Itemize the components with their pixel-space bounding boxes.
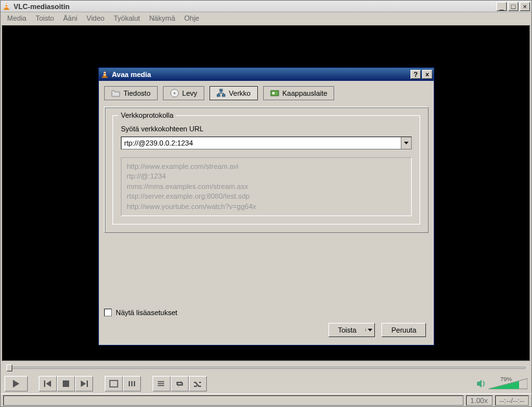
volume-percent: 79% bbox=[500, 376, 512, 382]
svg-point-25 bbox=[173, 93, 175, 94]
svg-rect-3 bbox=[5, 6, 8, 7]
dialog-titlebar[interactable]: Avaa media ? × bbox=[99, 68, 434, 81]
vlc-cone-icon bbox=[2, 2, 11, 11]
menu-toisto[interactable]: Toisto bbox=[32, 14, 58, 23]
chevron-down-icon bbox=[368, 329, 372, 331]
svg-rect-27 bbox=[217, 94, 220, 96]
minimize-button[interactable]: _ bbox=[496, 2, 507, 11]
shuffle-icon bbox=[193, 380, 202, 388]
play-icon bbox=[12, 379, 21, 388]
capture-icon bbox=[270, 89, 279, 98]
status-text bbox=[3, 395, 463, 406]
menu-aani[interactable]: Ääni bbox=[59, 14, 81, 23]
vlc-cone-icon bbox=[100, 70, 109, 79]
advanced-checkbox[interactable] bbox=[104, 309, 112, 316]
ext-settings-button[interactable] bbox=[123, 376, 141, 391]
svg-rect-22 bbox=[103, 72, 106, 73]
groupbox-legend: Verkkoprotokolla bbox=[118, 111, 176, 119]
svg-rect-1 bbox=[4, 8, 10, 10]
url-combobox[interactable] bbox=[121, 137, 412, 149]
statusbar: 1.00x --:--/--:-- bbox=[1, 393, 531, 406]
url-input[interactable] bbox=[122, 137, 401, 149]
svg-rect-7 bbox=[63, 380, 69, 387]
dialog-tabs: Tiedosto Levy Verkko Kaappauslaite bbox=[104, 86, 429, 100]
svg-rect-2 bbox=[5, 4, 8, 5]
cancel-button[interactable]: Peruuta bbox=[381, 323, 426, 337]
menu-video[interactable]: Video bbox=[83, 14, 109, 23]
tab-file[interactable]: Tiedosto bbox=[104, 86, 158, 100]
svg-marker-17 bbox=[477, 380, 482, 388]
menubar: Media Toisto Ääni Video Työkalut Näkymä … bbox=[1, 12, 531, 24]
menu-media[interactable]: Media bbox=[3, 14, 30, 23]
playlist-icon bbox=[157, 380, 166, 388]
network-panel: Verkkoprotokolla Syötä verkkokohteen URL… bbox=[104, 107, 429, 233]
svg-rect-23 bbox=[103, 74, 106, 75]
svg-marker-20 bbox=[103, 71, 106, 77]
svg-marker-31 bbox=[404, 142, 409, 144]
menu-ohje[interactable]: Ohje bbox=[180, 14, 203, 23]
dialog-title: Avaa media bbox=[112, 71, 409, 78]
advanced-label: Näytä lisäasetukset bbox=[116, 309, 177, 316]
speaker-icon[interactable] bbox=[476, 379, 486, 389]
fullscreen-button[interactable] bbox=[105, 376, 123, 391]
stop-button[interactable] bbox=[57, 376, 75, 391]
next-button[interactable] bbox=[75, 376, 93, 391]
chevron-down-icon bbox=[404, 142, 409, 144]
shuffle-button[interactable] bbox=[189, 376, 207, 391]
close-button[interactable]: × bbox=[520, 2, 530, 11]
playlist-button[interactable] bbox=[153, 376, 171, 391]
tab-disc[interactable]: Levy bbox=[163, 86, 204, 100]
loop-icon bbox=[175, 380, 184, 388]
svg-marker-32 bbox=[368, 329, 372, 331]
network-icon bbox=[217, 89, 226, 98]
fullscreen-icon bbox=[109, 380, 118, 388]
svg-rect-12 bbox=[131, 381, 133, 386]
prev-button[interactable] bbox=[39, 376, 57, 391]
tab-network[interactable]: Verkko bbox=[209, 86, 258, 100]
svg-rect-21 bbox=[102, 77, 108, 78]
play-dropdown[interactable] bbox=[365, 329, 374, 331]
svg-rect-14 bbox=[158, 381, 164, 382]
svg-marker-6 bbox=[46, 380, 51, 387]
loop-button[interactable] bbox=[171, 376, 189, 391]
svg-rect-16 bbox=[158, 385, 164, 386]
svg-rect-13 bbox=[134, 381, 135, 386]
tab-capture[interactable]: Kaappauslaite bbox=[263, 86, 335, 100]
maximize-button[interactable]: □ bbox=[508, 2, 518, 11]
svg-marker-4 bbox=[13, 380, 19, 388]
equalizer-icon bbox=[127, 380, 136, 388]
url-label: Syötä verkkokohteen URL bbox=[121, 125, 412, 133]
menu-tyokalut[interactable]: Työkalut bbox=[110, 14, 144, 23]
folder-icon bbox=[111, 89, 120, 98]
svg-marker-8 bbox=[81, 380, 86, 387]
time-display: --:--/--:-- bbox=[495, 395, 529, 406]
open-media-dialog: Avaa media ? × Tiedosto Levy Verkko Kaap… bbox=[98, 67, 434, 346]
main-title: VLC-mediasoitin bbox=[14, 3, 496, 10]
svg-rect-15 bbox=[158, 383, 164, 384]
seek-slider[interactable] bbox=[5, 364, 527, 373]
seek-thumb[interactable] bbox=[6, 364, 12, 371]
svg-rect-5 bbox=[44, 380, 45, 387]
svg-rect-28 bbox=[222, 94, 225, 96]
svg-rect-11 bbox=[129, 381, 130, 386]
menu-nakyma[interactable]: Näkymä bbox=[145, 14, 179, 23]
svg-rect-9 bbox=[87, 380, 88, 387]
svg-rect-10 bbox=[110, 380, 118, 387]
stop-icon bbox=[62, 380, 70, 388]
play-split-button[interactable]: Toista bbox=[328, 323, 376, 337]
main-titlebar[interactable]: VLC-mediasoitin _ □ × bbox=[1, 1, 531, 12]
svg-marker-0 bbox=[5, 2, 8, 8]
dialog-close-button[interactable]: × bbox=[422, 70, 432, 79]
skip-forward-icon bbox=[80, 380, 89, 388]
url-examples: http://www.example.com/stream.avi rtp://… bbox=[121, 157, 412, 216]
skip-back-icon bbox=[43, 380, 52, 388]
disc-icon bbox=[170, 89, 179, 98]
url-dropdown-button[interactable] bbox=[401, 137, 411, 149]
dialog-help-button[interactable]: ? bbox=[410, 70, 421, 79]
volume-slider[interactable]: 79% bbox=[489, 377, 527, 390]
svg-rect-26 bbox=[220, 89, 222, 91]
playback-speed[interactable]: 1.00x bbox=[466, 395, 493, 406]
play-button[interactable] bbox=[5, 376, 28, 391]
svg-point-30 bbox=[272, 92, 275, 94]
playback-controls: 79% bbox=[1, 374, 531, 393]
